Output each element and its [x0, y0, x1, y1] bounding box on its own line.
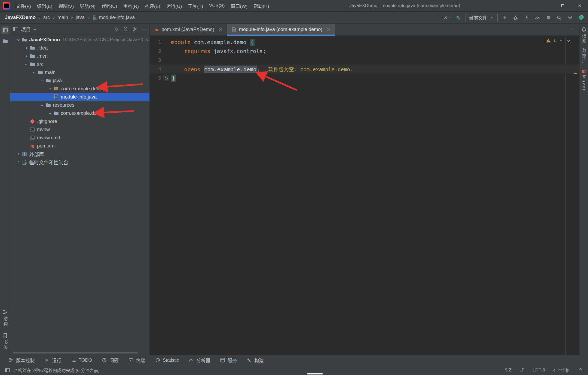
tree-expand-icon[interactable]	[23, 46, 30, 50]
tool-window-button-TODO[interactable]: TODO	[68, 356, 96, 364]
tree-item[interactable]: JavaFXDemoD:\IDEAProjects\JCNCProjects\J…	[10, 36, 149, 44]
close-button[interactable]	[571, 0, 588, 11]
menu-item[interactable]: 导航(N)	[77, 1, 99, 11]
code-line[interactable]: 2 requires javafx.controls;	[150, 47, 579, 56]
tree-collapse-icon[interactable]	[46, 111, 53, 115]
tool-window-button-运行[interactable]: 运行	[41, 356, 65, 364]
tree-item[interactable]: com.example.demo	[10, 85, 149, 93]
menu-item[interactable]: 编辑(E)	[34, 1, 56, 11]
breadcrumb-item[interactable]: java	[76, 15, 85, 20]
menu-item[interactable]: 构建(B)	[142, 1, 163, 11]
code-line[interactable]: 1module com.example.demo {	[150, 38, 579, 47]
minimize-button[interactable]	[537, 0, 554, 11]
horizontal-scrollbar[interactable]	[13, 352, 138, 354]
code-line[interactable]: 4 opens com.example.demo;软件包为空: com.exam…	[150, 64, 579, 73]
tab-close-icon[interactable]	[218, 27, 223, 32]
coverage-button[interactable]	[523, 14, 530, 21]
editor-tab[interactable]: module-info.java (com.example.demo)	[227, 24, 335, 35]
code-area[interactable]: 1module com.example.demo {2 requires jav…	[150, 36, 579, 355]
menu-item[interactable]: 工具(T)	[185, 1, 206, 11]
menu-item[interactable]: 运行(U)	[163, 1, 185, 11]
menu-item[interactable]: 窗口(W)	[228, 1, 250, 11]
tree-item[interactable]: mvnw	[10, 125, 149, 134]
tree-expand-icon[interactable]	[15, 160, 22, 164]
tree-expand-icon[interactable]	[46, 87, 53, 91]
lock-icon[interactable]	[578, 368, 583, 373]
tool-window-layout-icon[interactable]	[5, 368, 10, 373]
caret-position[interactable]: 5:2	[505, 368, 511, 373]
menu-item[interactable]: VCS(S)	[206, 1, 228, 10]
plugin-button[interactable]	[577, 14, 585, 21]
tool-window-button-构建[interactable]: 构建	[243, 356, 267, 364]
tree-collapse-icon[interactable]	[30, 70, 38, 75]
debug-button[interactable]	[512, 14, 519, 21]
tree-collapse-icon[interactable]	[38, 103, 45, 107]
indent-setting[interactable]: 4 个空格	[553, 367, 570, 373]
breadcrumb-item[interactable]: main	[57, 15, 68, 20]
collapse-all-icon[interactable]	[123, 26, 128, 32]
hide-panel-icon[interactable]	[141, 26, 147, 32]
tree-item[interactable]: com.example.demo	[10, 109, 149, 117]
right-stripe-item[interactable]: mMaven	[581, 68, 587, 92]
tool-window-button-版本控制[interactable]: 版本控制	[5, 356, 38, 364]
breadcrumb-item[interactable]: module-info.java	[92, 15, 135, 20]
right-stripe-item[interactable]: 数据库	[581, 48, 587, 64]
tool-window-button-分析器[interactable]: 分析器	[185, 356, 214, 364]
settings-button[interactable]	[566, 14, 574, 21]
run-configuration-select[interactable]: 当前文件	[465, 13, 498, 22]
commander-tool-window-button[interactable]	[2, 38, 8, 44]
search-everywhere-button[interactable]	[555, 14, 563, 21]
inspections-widget[interactable]: 1	[546, 38, 571, 43]
tab-options-icon[interactable]	[571, 27, 575, 32]
status-message[interactable]: // 构建在 2秒87毫秒内成功完成 (6 分钟之前)	[14, 367, 100, 373]
file-encoding[interactable]: UTF-8	[532, 368, 545, 373]
tree-item[interactable]: mpom.xml	[10, 142, 149, 150]
left-stripe-item[interactable]: 书签	[2, 333, 8, 350]
breadcrumb-item[interactable]: JavaFXDemo	[5, 15, 36, 20]
left-stripe-item[interactable]: 结构	[2, 309, 8, 327]
select-opened-file-icon[interactable]	[114, 26, 119, 32]
build-project-button[interactable]	[454, 14, 462, 21]
tree-item[interactable]: resources	[10, 101, 149, 109]
panel-settings-icon[interactable]	[132, 26, 137, 32]
code-line[interactable]: 3	[150, 56, 579, 64]
code-line[interactable]: 5}	[150, 73, 579, 82]
breadcrumb-item[interactable]: src	[43, 15, 50, 20]
tree-collapse-icon[interactable]	[23, 62, 30, 66]
tool-window-button-Statistic[interactable]: Statistic	[152, 356, 183, 364]
tool-window-button-服务[interactable]: 服务	[216, 356, 240, 364]
right-stripe-item[interactable]: 通知	[581, 26, 587, 44]
tree-expand-icon[interactable]	[15, 152, 22, 156]
tree-item[interactable]: .idea	[10, 44, 149, 52]
chevron-down-icon[interactable]	[33, 27, 37, 31]
run-button[interactable]	[501, 14, 509, 21]
tree-item[interactable]: module-info.java	[10, 93, 149, 101]
project-tool-window-button[interactable]	[1, 26, 9, 34]
tool-window-button-问题[interactable]: 问题	[98, 356, 122, 364]
tree-item[interactable]: src	[10, 60, 149, 68]
menu-item[interactable]: 视图(V)	[55, 1, 77, 11]
tree-expand-icon[interactable]	[23, 54, 30, 58]
previous-problem-icon[interactable]	[559, 38, 564, 43]
tree-item[interactable]: 外部库	[10, 150, 149, 158]
tool-window-button-终端[interactable]: 终端	[125, 356, 149, 364]
tree-item[interactable]: .mvn	[10, 52, 149, 60]
warning-stripe-mark[interactable]	[574, 73, 577, 74]
tree-item[interactable]: java	[10, 76, 149, 85]
stop-button[interactable]	[544, 14, 552, 21]
tab-close-icon[interactable]	[326, 27, 331, 32]
tree-item[interactable]: .gitignore	[10, 117, 149, 125]
tree-collapse-icon[interactable]	[15, 38, 22, 42]
menu-item[interactable]: 帮助(H)	[250, 1, 272, 11]
editor-tab[interactable]: mpom.xml (JavaFXDemo)	[150, 24, 227, 35]
menu-item[interactable]: 文件(F)	[13, 1, 34, 11]
project-panel-title[interactable]: 项目	[21, 26, 31, 33]
profiler-button[interactable]	[534, 14, 541, 21]
line-separator[interactable]: LF	[519, 368, 525, 373]
maximize-button[interactable]	[554, 0, 571, 11]
tree-item[interactable]: main	[10, 68, 149, 76]
tree-item[interactable]: mvnw.cmd	[10, 134, 149, 142]
next-problem-icon[interactable]	[566, 38, 571, 43]
menu-item[interactable]: 代码(C)	[99, 1, 120, 11]
user-account-button[interactable]	[443, 14, 451, 21]
